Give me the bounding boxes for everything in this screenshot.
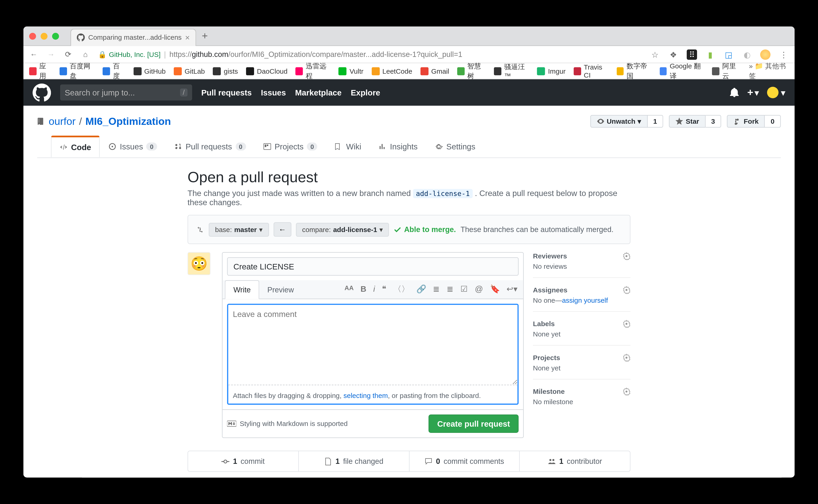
- star-count[interactable]: 3: [706, 115, 721, 128]
- tab-settings[interactable]: Settings: [426, 136, 484, 157]
- bookmark-item[interactable]: LeetCode: [372, 67, 412, 75]
- profile-avatar-button[interactable]: [760, 49, 770, 59]
- bookmark-item[interactable]: 迅雷远程: [296, 61, 331, 81]
- bookmark-item[interactable]: Imgur: [537, 67, 566, 75]
- home-button[interactable]: ⌂: [81, 50, 90, 59]
- markdown-info[interactable]: Styling with Markdown is supported: [227, 420, 348, 428]
- bookmark-item[interactable]: Travis CI: [574, 63, 608, 79]
- notifications-icon[interactable]: [730, 88, 739, 97]
- ul-icon[interactable]: ≣: [433, 284, 440, 294]
- gear-icon[interactable]: [622, 286, 630, 294]
- ext-icon-4[interactable]: ◲: [723, 49, 734, 59]
- tab-wiki[interactable]: Wiki: [326, 136, 370, 157]
- stat-files[interactable]: 1file changed: [298, 451, 409, 471]
- watch-button[interactable]: Unwatch ▾: [590, 115, 647, 128]
- gear-icon[interactable]: [622, 354, 630, 362]
- other-bookmarks-button[interactable]: » 📁 其他书签: [749, 61, 789, 81]
- reload-button[interactable]: ⟳: [64, 50, 73, 59]
- reviewers-heading[interactable]: Reviewers: [533, 252, 630, 260]
- user-avatar[interactable]: 😳: [188, 252, 210, 275]
- github-logo-icon[interactable]: [33, 83, 51, 102]
- tab-close-icon[interactable]: ×: [185, 33, 190, 42]
- repo-name-link[interactable]: MI6_Optimization: [85, 115, 171, 127]
- stat-commits[interactable]: 1commit: [188, 451, 298, 471]
- bookmark-item[interactable]: GitHub: [133, 67, 166, 75]
- star-icon[interactable]: ☆: [650, 49, 660, 59]
- ext-icon-3[interactable]: ▮: [705, 49, 715, 59]
- italic-icon[interactable]: i: [373, 284, 375, 294]
- heading-icon[interactable]: AA: [345, 284, 354, 294]
- bookmark-item[interactable]: 阿里云: [712, 61, 741, 81]
- stat-contributors[interactable]: 1contributor: [519, 451, 630, 471]
- tab-issues[interactable]: Issues0: [100, 136, 165, 157]
- gear-icon[interactable]: [622, 252, 630, 260]
- ext-icon-5[interactable]: ◐: [742, 49, 752, 59]
- bookmark-item[interactable]: 智慧树: [457, 61, 486, 81]
- tab-pull-requests[interactable]: Pull requests0: [165, 136, 255, 157]
- bookmark-item[interactable]: Google 翻译: [660, 61, 704, 81]
- reference-icon[interactable]: 🔖: [490, 284, 500, 294]
- mention-icon[interactable]: @: [475, 284, 483, 294]
- bookmark-item[interactable]: 骚逼汪™: [494, 62, 529, 80]
- projects-heading[interactable]: Projects: [533, 354, 630, 362]
- bookmark-item[interactable]: Vultr: [339, 67, 363, 75]
- back-button[interactable]: ←: [29, 50, 38, 59]
- pr-body-textarea[interactable]: [228, 305, 518, 385]
- create-new-dropdown[interactable]: + ▾: [747, 87, 759, 99]
- bookmark-item[interactable]: 百度: [103, 61, 125, 81]
- milestone-heading[interactable]: Milestone: [533, 387, 630, 395]
- bookmark-item[interactable]: 应用: [29, 61, 52, 81]
- gear-icon[interactable]: [622, 320, 630, 328]
- fork-button[interactable]: Fork: [727, 115, 765, 128]
- ext-icon-2[interactable]: ⠿: [687, 49, 697, 59]
- ol-icon[interactable]: ≣: [447, 284, 454, 294]
- labels-heading[interactable]: Labels: [533, 320, 630, 328]
- address-bar[interactable]: 🔒 GitHub, Inc. [US] | https://github.com…: [98, 50, 642, 59]
- reply-icon[interactable]: ↩▾: [507, 284, 518, 294]
- window-minimize-button[interactable]: [41, 33, 48, 39]
- gear-icon[interactable]: [622, 387, 630, 395]
- selecting-them-link[interactable]: selecting them: [343, 392, 388, 400]
- browser-menu-button[interactable]: ⋮: [779, 49, 789, 59]
- tab-code[interactable]: Code: [51, 136, 100, 157]
- bookmark-label: gists: [224, 67, 238, 75]
- github-search-input[interactable]: Search or jump to... /: [60, 84, 192, 101]
- task-icon[interactable]: ☑: [460, 284, 468, 294]
- link-icon[interactable]: 🔗: [416, 284, 426, 294]
- star-button[interactable]: Star: [669, 115, 705, 128]
- tab-projects[interactable]: Projects0: [255, 136, 326, 157]
- ghnav-item[interactable]: Marketplace: [295, 88, 342, 97]
- write-tab[interactable]: Write: [225, 280, 259, 299]
- ext-icon-1[interactable]: ❖: [668, 49, 679, 59]
- browser-tab[interactable]: Comparing master...add-licens ×: [70, 28, 196, 46]
- assign-yourself-link[interactable]: assign yourself: [562, 296, 608, 304]
- fork-count[interactable]: 0: [765, 115, 781, 128]
- bookmark-item[interactable]: Gmail: [420, 67, 449, 75]
- assignees-heading[interactable]: Assignees: [533, 286, 630, 294]
- new-tab-button[interactable]: +: [202, 30, 208, 42]
- quote-icon[interactable]: ❝: [382, 284, 387, 294]
- tab-insights[interactable]: Insights: [370, 136, 426, 157]
- watch-count[interactable]: 1: [647, 115, 663, 128]
- ghnav-item[interactable]: Issues: [261, 88, 286, 97]
- bold-icon[interactable]: B: [361, 284, 366, 294]
- ghnav-item[interactable]: Pull requests: [201, 88, 252, 97]
- bookmark-item[interactable]: DaoCloud: [246, 67, 288, 75]
- stat-comments[interactable]: 0commit comments: [409, 451, 519, 471]
- window-close-button[interactable]: [29, 33, 36, 39]
- bookmark-item[interactable]: gists: [213, 67, 238, 75]
- bookmark-item[interactable]: 数字帝国: [616, 61, 652, 81]
- repo-owner-link[interactable]: ourfor: [49, 115, 76, 127]
- pr-title-input[interactable]: [227, 257, 519, 276]
- create-pr-button[interactable]: Create pull request: [429, 414, 518, 433]
- bookmark-item[interactable]: 百度网盘: [60, 61, 95, 81]
- base-branch-dropdown[interactable]: base: master ▾: [209, 222, 269, 236]
- forward-button[interactable]: →: [46, 50, 56, 59]
- preview-tab[interactable]: Preview: [259, 280, 302, 298]
- bookmark-item[interactable]: GitLab: [174, 67, 205, 75]
- ghnav-item[interactable]: Explore: [351, 88, 380, 97]
- compare-branch-dropdown[interactable]: compare: add-license-1 ▾: [296, 222, 389, 236]
- user-menu-dropdown[interactable]: ▾: [767, 87, 785, 98]
- code-icon[interactable]: 〈〉: [393, 284, 409, 294]
- window-zoom-button[interactable]: [52, 33, 59, 39]
